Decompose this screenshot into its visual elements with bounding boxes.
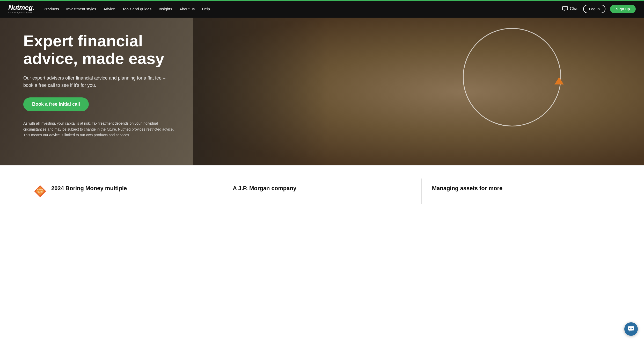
- book-call-button[interactable]: Book a free initial call: [23, 97, 89, 111]
- top-bar: [0, 0, 644, 1]
- navigation: Nutmeg. a J.P.Morgan company Products In…: [0, 0, 644, 18]
- chat-icon: [562, 6, 568, 11]
- trading-guide-icon: Trading Guide: [34, 185, 47, 198]
- stat-item-jp-morgan: A J.P. Morgan company: [222, 179, 421, 204]
- nav-item-help[interactable]: Help: [202, 7, 210, 11]
- svg-text:Trading: Trading: [37, 188, 43, 190]
- nav-left: Nutmeg. a J.P.Morgan company Products In…: [8, 4, 210, 13]
- svg-rect-0: [562, 6, 568, 10]
- nav-item-investment-styles[interactable]: Investment styles: [66, 7, 96, 11]
- nav-item-tools-and-guides[interactable]: Tools and guides: [122, 7, 152, 11]
- signup-button[interactable]: Sign up: [610, 5, 636, 13]
- stat-item-managing-assets: Managing assets for more: [422, 179, 621, 204]
- hero-people-image: [193, 18, 644, 165]
- hero-title: Expert financial advice, made easy: [23, 32, 176, 67]
- logo-subtitle: a J.P.Morgan company: [8, 11, 34, 13]
- logo[interactable]: Nutmeg. a J.P.Morgan company: [8, 4, 34, 13]
- login-button[interactable]: Log In: [583, 5, 605, 13]
- svg-text:Guide: Guide: [38, 191, 43, 193]
- stats-section: Trading Guide 2024 Boring Money multiple…: [0, 165, 644, 217]
- hero-section: Expert financial advice, made easy Our e…: [0, 18, 644, 165]
- nav-item-advice[interactable]: Advice: [104, 7, 115, 11]
- hero-disclaimer: As with all investing, your capital is a…: [23, 120, 176, 138]
- chat-label: Chat: [570, 6, 579, 11]
- hero-triangle-decoration: [554, 77, 564, 84]
- nav-links: Products Investment styles Advice Tools …: [44, 7, 210, 11]
- stat-item-trading-guide: Trading Guide 2024 Boring Money multiple: [23, 179, 222, 204]
- stat-label-trading-guide: 2024 Boring Money multiple: [51, 185, 127, 192]
- hero-description: Our expert advisers offer financial advi…: [23, 75, 173, 89]
- logo-name: Nutmeg.: [8, 4, 34, 11]
- hero-circle-decoration: [463, 28, 561, 126]
- nav-item-about-us[interactable]: About us: [179, 7, 195, 11]
- nav-right: Chat Log In Sign up: [562, 5, 636, 13]
- stat-label-managing-assets: Managing assets for more: [432, 185, 503, 192]
- nav-item-products[interactable]: Products: [44, 7, 59, 11]
- chat-button[interactable]: Chat: [562, 6, 579, 11]
- stat-label-jp-morgan: A J.P. Morgan company: [233, 185, 296, 192]
- nav-item-insights[interactable]: Insights: [159, 7, 172, 11]
- hero-content: Expert financial advice, made easy Our e…: [0, 18, 176, 138]
